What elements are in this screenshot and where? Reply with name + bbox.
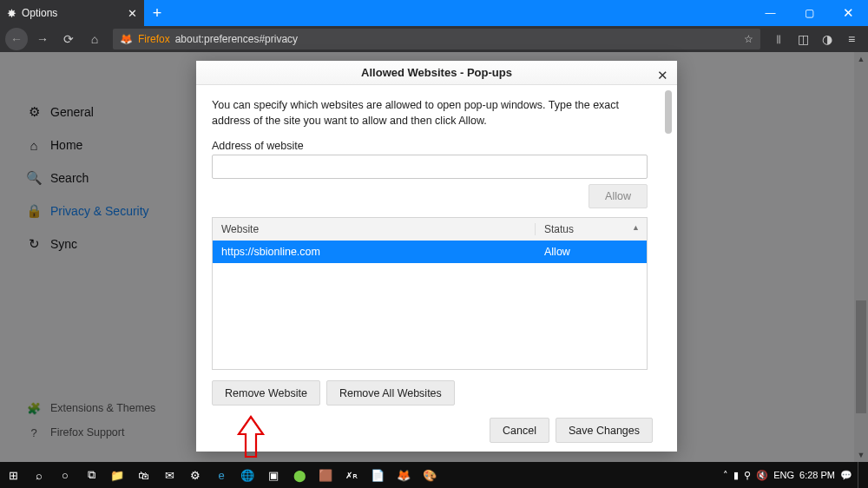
browser-toolbar: ← → ⟳ ⌂ 🦊 Firefox about:preferences#priv…: [0, 26, 868, 52]
taskbar-app[interactable]: ✗ʀ: [339, 462, 365, 488]
search-button[interactable]: ⌕: [26, 462, 52, 488]
cancel-button[interactable]: Cancel: [490, 418, 549, 443]
url-bar[interactable]: 🦊 Firefox about:preferences#privacy ☆: [113, 29, 760, 49]
bookmark-star-icon[interactable]: ☆: [744, 33, 753, 45]
taskview-button[interactable]: ⧉: [78, 462, 104, 488]
cell-website: https://sbionline.com: [213, 246, 536, 258]
taskbar-app[interactable]: ✉: [156, 462, 182, 488]
sort-asc-icon: ▲: [632, 223, 640, 232]
address-label: Address of website: [212, 140, 654, 152]
taskbar-app[interactable]: ▣: [260, 462, 286, 488]
taskbar-app[interactable]: 🎨: [417, 462, 443, 488]
taskbar-app[interactable]: 🟫: [312, 462, 339, 488]
firefox-icon: 🦊: [120, 33, 133, 45]
tray-chevron-icon[interactable]: ˄: [723, 470, 728, 481]
cortana-button[interactable]: ○: [52, 462, 78, 488]
window-titlebar: ✸ Options ✕ + ― ▢ ✕: [0, 0, 868, 26]
sidebar-icon[interactable]: ◫: [792, 28, 814, 50]
taskbar-app[interactable]: ⬤: [286, 462, 312, 488]
dialog-scrollbar[interactable]: [663, 90, 674, 447]
dialog-header: Allowed Websites - Pop-ups ✕: [196, 61, 677, 85]
cell-status: Allow: [536, 246, 647, 258]
url-text: about:preferences#privacy: [175, 33, 298, 45]
tab-close-icon[interactable]: ✕: [128, 7, 137, 20]
table-row[interactable]: https://sbionline.com Allow: [213, 241, 647, 263]
window-maximize-button[interactable]: ▢: [790, 0, 829, 26]
taskbar-app[interactable]: 🌐: [234, 462, 260, 488]
back-button[interactable]: ←: [5, 28, 28, 50]
taskbar-app[interactable]: e: [208, 462, 234, 488]
reload-button[interactable]: ⟳: [57, 28, 80, 50]
remove-website-button[interactable]: Remove Website: [212, 380, 320, 406]
show-desktop-button[interactable]: [858, 462, 863, 488]
browser-tab[interactable]: ✸ Options ✕: [0, 0, 144, 26]
window-close-button[interactable]: ✕: [829, 0, 868, 26]
dialog-description: You can specify which websites are allow…: [212, 97, 654, 130]
tray-wifi-icon[interactable]: ⚲: [744, 470, 751, 481]
start-button[interactable]: ⊞: [0, 462, 26, 488]
remove-all-websites-button[interactable]: Remove All Websites: [326, 380, 455, 406]
url-scheme: Firefox: [138, 33, 170, 45]
protection-icon[interactable]: ◑: [816, 28, 838, 50]
col-status[interactable]: Status ▲: [536, 223, 647, 235]
window-minimize-button[interactable]: ―: [751, 0, 790, 26]
address-input[interactable]: [212, 155, 648, 179]
options-icon: ✸: [7, 7, 16, 20]
home-button[interactable]: ⌂: [83, 28, 106, 50]
taskbar-app[interactable]: 🛍: [130, 462, 156, 488]
allow-button[interactable]: Allow: [589, 184, 648, 208]
tray-language[interactable]: ENG: [773, 470, 794, 480]
tray-volume-icon[interactable]: 🔇: [756, 470, 768, 481]
tray-notifications-icon[interactable]: 💬: [840, 470, 852, 481]
taskbar-app[interactable]: ⚙: [182, 462, 208, 488]
allowed-popups-dialog: Allowed Websites - Pop-ups ✕ You can spe…: [196, 61, 677, 452]
menu-icon[interactable]: ≡: [840, 28, 863, 50]
library-icon[interactable]: ⫴: [767, 28, 790, 50]
taskbar-app[interactable]: 📄: [365, 462, 391, 488]
taskbar-app-firefox[interactable]: 🦊: [391, 462, 417, 488]
forward-button[interactable]: →: [31, 28, 54, 50]
tab-title: Options: [22, 7, 57, 19]
save-changes-button[interactable]: Save Changes: [556, 418, 653, 443]
websites-table: Website Status ▲ https://sbionline.com A…: [212, 217, 648, 370]
new-tab-button[interactable]: +: [144, 0, 170, 26]
tray-clock[interactable]: 6:28 PM: [799, 470, 835, 480]
taskbar-app[interactable]: 📁: [104, 462, 130, 488]
windows-taskbar: ⊞ ⌕ ○ ⧉ 📁 🛍 ✉ ⚙ e 🌐 ▣ ⬤ 🟫 ✗ʀ 📄 🦊 🎨 ˄ ▮ ⚲…: [0, 462, 868, 488]
col-website[interactable]: Website: [213, 223, 536, 235]
tray-battery-icon[interactable]: ▮: [733, 470, 739, 481]
dialog-title: Allowed Websites - Pop-ups: [361, 66, 512, 79]
dialog-close-button[interactable]: ✕: [657, 68, 668, 83]
